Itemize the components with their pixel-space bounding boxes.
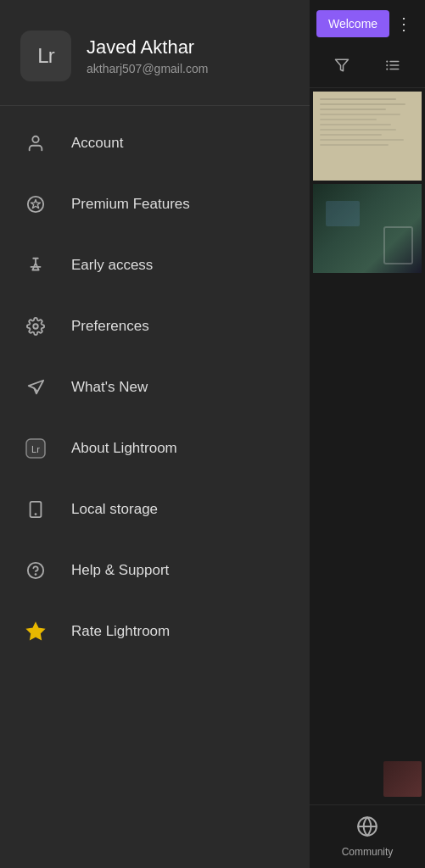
person-icon bbox=[20, 128, 51, 159]
svg-point-4 bbox=[33, 324, 38, 329]
question-icon bbox=[20, 555, 51, 586]
photo-thumb-car[interactable] bbox=[313, 184, 422, 273]
menu-label-premium: Premium Features bbox=[71, 196, 190, 213]
menu-item-account[interactable]: Account bbox=[0, 113, 310, 174]
top-bar: Welcome ⋮ bbox=[310, 0, 425, 47]
svg-text:Lr: Lr bbox=[31, 444, 40, 454]
menu-item-premium[interactable]: Premium Features bbox=[0, 174, 310, 235]
menu-item-whats-new[interactable]: What's New bbox=[0, 357, 310, 418]
flask-icon bbox=[20, 250, 51, 281]
more-options-button[interactable]: ⋮ bbox=[390, 12, 418, 36]
community-tab[interactable]: Community bbox=[310, 804, 425, 868]
strip-thumb[interactable] bbox=[383, 761, 422, 797]
sort-icon[interactable] bbox=[385, 58, 400, 77]
menu-item-local-storage[interactable]: Local storage bbox=[0, 479, 310, 540]
menu-label-about: About Lightroom bbox=[71, 440, 177, 457]
menu-item-about[interactable]: Lr About Lightroom bbox=[0, 418, 310, 479]
menu-label-preferences: Preferences bbox=[71, 318, 149, 335]
photos-area bbox=[310, 88, 425, 276]
menu-label-early-access: Early access bbox=[71, 257, 153, 274]
profile-header: Lr Javed Akthar aktharj507@gmail.com bbox=[0, 0, 310, 106]
profile-name: Javed Akthar bbox=[87, 36, 208, 58]
menu-label-account: Account bbox=[71, 135, 123, 152]
lr-badge-icon: Lr bbox=[20, 433, 51, 464]
menu-label-whats-new: What's New bbox=[71, 379, 148, 396]
photo-thumb-paper[interactable] bbox=[313, 92, 422, 181]
lr-logo: Lr bbox=[20, 31, 71, 81]
svg-marker-13 bbox=[336, 59, 349, 71]
menu-list: Account Premium Features Early access bbox=[0, 106, 310, 868]
drawer-panel: Lr Javed Akthar aktharj507@gmail.com Acc… bbox=[0, 0, 310, 868]
profile-email: aktharj507@gmail.com bbox=[87, 62, 208, 75]
svg-marker-12 bbox=[27, 623, 44, 639]
menu-label-local-storage: Local storage bbox=[71, 501, 158, 518]
menu-item-help[interactable]: Help & Support bbox=[0, 540, 310, 601]
menu-label-rate: Rate Lightroom bbox=[71, 623, 170, 640]
globe-icon bbox=[356, 815, 378, 843]
phone-icon bbox=[20, 494, 51, 525]
menu-item-rate[interactable]: Rate Lightroom bbox=[0, 601, 310, 662]
svg-marker-2 bbox=[31, 200, 41, 209]
welcome-button[interactable]: Welcome bbox=[316, 10, 389, 37]
star-circle-icon bbox=[20, 189, 51, 220]
svg-point-0 bbox=[32, 136, 38, 142]
svg-point-1 bbox=[28, 197, 43, 212]
right-panel: Welcome ⋮ bbox=[310, 0, 425, 868]
menu-label-help: Help & Support bbox=[71, 562, 169, 579]
filter-bar bbox=[310, 47, 425, 88]
bottom-strip bbox=[310, 758, 425, 800]
menu-item-preferences[interactable]: Preferences bbox=[0, 296, 310, 357]
gear-icon bbox=[20, 311, 51, 342]
star-icon bbox=[20, 616, 51, 647]
community-label: Community bbox=[342, 846, 394, 858]
megaphone-icon bbox=[20, 372, 51, 403]
filter-icon[interactable] bbox=[334, 58, 350, 77]
lr-logo-text: Lr bbox=[37, 44, 53, 68]
menu-item-early-access[interactable]: Early access bbox=[0, 235, 310, 296]
profile-info: Javed Akthar aktharj507@gmail.com bbox=[87, 36, 208, 75]
